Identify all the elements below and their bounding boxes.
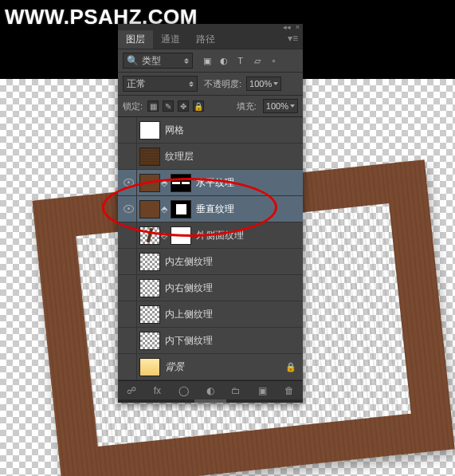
layer-row[interactable]: 内下侧纹理 — [118, 328, 303, 354]
layer-row[interactable]: ⬘垂直纹理 — [118, 196, 303, 222]
visibility-toggle[interactable] — [121, 249, 137, 274]
layer-thumbnail[interactable] — [139, 358, 160, 376]
visibility-toggle[interactable] — [121, 144, 137, 169]
mask-link-icon[interactable]: ⬘ — [160, 204, 168, 214]
visibility-toggle[interactable] — [121, 222, 137, 248]
layer-thumbnail[interactable] — [139, 279, 160, 297]
layer-name-label[interactable]: 内左侧纹理 — [165, 255, 213, 269]
layer-thumbnail[interactable] — [139, 332, 160, 350]
fill-label: 填充: — [237, 100, 257, 112]
layer-name-label[interactable]: 垂直纹理 — [196, 203, 234, 216]
layer-name-label[interactable]: 内右侧纹理 — [165, 281, 213, 295]
layer-name-label[interactable]: 纹理层 — [165, 150, 194, 163]
add-mask-icon[interactable]: ◯ — [178, 385, 189, 396]
filter-type-icon[interactable]: T — [234, 55, 246, 67]
delete-layer-icon[interactable]: 🗑 — [284, 385, 294, 396]
layer-thumbnail[interactable] — [139, 305, 160, 324]
layer-thumbnail[interactable] — [139, 121, 160, 140]
visibility-toggle[interactable] — [121, 117, 137, 143]
layers-list: 网格纹理层⬘水平纹理⬘垂直纹理⬘外侧面纹理内左侧纹理内右侧纹理内上侧纹理内下侧纹… — [118, 116, 303, 380]
lock-transparent-icon[interactable]: ▦ — [147, 100, 159, 112]
mask-thumbnail[interactable] — [171, 226, 191, 245]
blend-row: 正常 不透明度: 100% — [118, 72, 303, 95]
layer-fx-icon[interactable]: fx — [154, 385, 161, 396]
layer-row[interactable]: 网格 — [118, 117, 303, 144]
layer-row[interactable]: ⬘外侧面纹理 — [118, 222, 303, 249]
layer-name-label[interactable]: 内上侧纹理 — [165, 308, 213, 321]
lock-all-icon[interactable]: 🔒 — [193, 100, 204, 112]
lock-label: 锁定: — [123, 100, 143, 112]
lock-pixels-icon[interactable]: ✎ — [163, 100, 174, 112]
layer-row[interactable]: 内右侧纹理 — [118, 275, 303, 301]
layer-row[interactable]: ⬘水平纹理 — [118, 170, 303, 196]
visibility-toggle[interactable] — [121, 196, 137, 222]
layer-kind-dropdown[interactable]: 🔍 类型 — [123, 53, 193, 69]
panel-bottom-bar: ☍ fx ◯ ◐ 🗀 ▣ 🗑 — [118, 380, 303, 399]
opacity-label: 不透明度: — [204, 78, 241, 90]
layer-name-label[interactable]: 水平纹理 — [196, 176, 234, 190]
tab-channels[interactable]: 通道 — [153, 30, 188, 49]
mask-link-icon[interactable]: ⬘ — [160, 230, 168, 241]
new-group-icon[interactable]: 🗀 — [231, 385, 241, 396]
layer-thumbnail[interactable] — [139, 253, 160, 271]
layer-name-label[interactable]: 外侧面纹理 — [196, 229, 244, 242]
layer-name-label[interactable]: 背景 — [165, 360, 184, 374]
layer-name-label[interactable]: 网格 — [165, 124, 184, 137]
visibility-toggle[interactable] — [121, 328, 137, 353]
layer-name-label[interactable]: 内下侧纹理 — [165, 334, 213, 348]
layer-row[interactable]: 背景🔒 — [118, 354, 303, 380]
fill-input[interactable]: 100% — [263, 99, 298, 113]
layer-row[interactable]: 纹理层 — [118, 144, 303, 170]
layer-row[interactable]: 内上侧纹理 — [118, 301, 303, 328]
lock-row: 锁定: ▦ ✎ ✥ 🔒 填充: 100% — [118, 95, 303, 116]
layer-kind-label: 类型 — [142, 54, 161, 68]
blend-mode-dropdown[interactable]: 正常 — [123, 76, 198, 92]
visibility-toggle[interactable] — [121, 301, 137, 327]
filter-row: 🔍 类型 ▣ ◐ T ▱ ▫ — [118, 49, 303, 72]
layer-row[interactable]: 内左侧纹理 — [118, 249, 303, 275]
scroll-indicator — [118, 399, 303, 403]
new-layer-icon[interactable]: ▣ — [258, 385, 267, 396]
mask-thumbnail[interactable] — [171, 200, 191, 218]
opacity-value: 100% — [249, 79, 272, 89]
filter-pixel-icon[interactable]: ▣ — [201, 55, 213, 67]
opacity-input[interactable]: 100% — [246, 77, 281, 91]
panel-tabs: 图层 通道 路径 ▾≡ — [118, 30, 303, 49]
mask-thumbnail[interactable] — [171, 174, 191, 192]
visibility-toggle[interactable] — [121, 275, 137, 301]
tab-layers[interactable]: 图层 — [118, 30, 153, 49]
filter-adjustment-icon[interactable]: ◐ — [218, 55, 229, 67]
lock-icon: 🔒 — [285, 362, 296, 372]
layer-thumbnail[interactable] — [139, 148, 160, 166]
filter-shape-icon[interactable]: ▱ — [251, 55, 263, 67]
link-layers-icon[interactable]: ☍ — [127, 385, 136, 396]
lock-position-icon[interactable]: ✥ — [178, 100, 189, 112]
filter-smartobject-icon[interactable]: ▫ — [268, 55, 280, 67]
blend-mode-label: 正常 — [127, 77, 146, 91]
tab-paths[interactable]: 路径 — [188, 30, 223, 49]
mask-link-icon[interactable]: ⬘ — [160, 178, 168, 188]
visibility-toggle[interactable] — [121, 170, 137, 195]
panel-titlebar[interactable]: ◂◂ × — [118, 24, 303, 30]
layers-panel[interactable]: ◂◂ × 图层 通道 路径 ▾≡ 🔍 类型 ▣ ◐ T ▱ ▫ 正常 不透明度:… — [118, 24, 303, 403]
fill-value: 100% — [266, 101, 288, 111]
panel-menu-icon[interactable]: ▾≡ — [283, 30, 303, 49]
layer-thumbnail[interactable] — [139, 226, 160, 245]
fill-adjust-icon[interactable]: ◐ — [206, 385, 214, 396]
search-icon: 🔍 — [127, 55, 139, 66]
layer-thumbnail[interactable] — [139, 174, 160, 192]
layer-thumbnail[interactable] — [139, 200, 160, 218]
visibility-toggle[interactable] — [121, 354, 137, 380]
